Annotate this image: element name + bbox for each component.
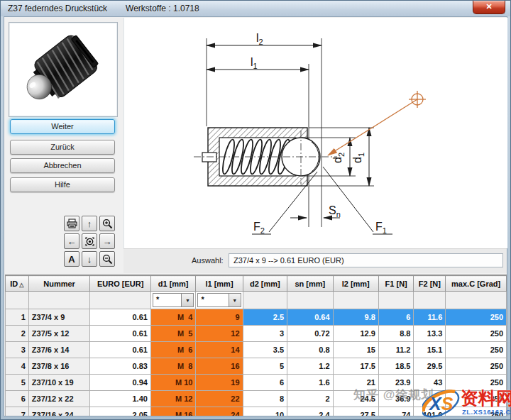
col-header-f2[interactable]: F2 [N] [414, 276, 446, 292]
cell-l2[interactable]: 27.5 [333, 407, 378, 416]
fit-view-button[interactable] [82, 233, 97, 249]
chevron-down-icon[interactable]: ▼ [229, 294, 241, 306]
table-row[interactable]: 7Z37/16 x 242.05M 1624102.427.574101.625… [6, 407, 507, 416]
col-header-maxc[interactable]: max.C [Grad] [446, 276, 507, 292]
col-header-sn[interactable]: sn [mm] [287, 276, 333, 292]
cell-maxc[interactable]: 250 [446, 342, 507, 358]
cell-nummer[interactable]: Z37/8 x 16 [28, 358, 90, 375]
cell-f1[interactable]: 74 [378, 407, 414, 416]
cell-l2[interactable]: 12.9 [333, 326, 378, 342]
col-header-d2[interactable]: d2 [mm] [243, 276, 287, 292]
cell-f2[interactable]: 15.1 [414, 342, 446, 358]
col-header-id[interactable]: ID△ [6, 276, 29, 292]
cell-l1[interactable]: 12 [196, 326, 243, 342]
table-row[interactable]: 2Z37/5 x 120.61M 51230.7212.98.813.3250 [6, 326, 507, 342]
cell-sn[interactable]: 0.8 [287, 342, 333, 358]
filter-cell-l1[interactable]: *▼ [196, 292, 243, 309]
cell-f2[interactable] [414, 391, 446, 407]
cell-euro[interactable]: 1.40 [90, 391, 151, 407]
pan-left-button[interactable]: ← [64, 233, 79, 249]
parts-table[interactable]: ID△NummerEURO [EUR]d1 [mm]l1 [mm]d2 [mm]… [5, 275, 507, 416]
cell-f2[interactable]: 43 [414, 375, 446, 391]
cell-id[interactable]: 5 [6, 375, 29, 391]
cell-l2[interactable]: 24.5 [333, 391, 378, 407]
title-bar[interactable]: Z37 federndes Druckstück Werkstoffe : 1.… [1, 1, 510, 16]
cell-l1[interactable]: 16 [196, 358, 243, 375]
cell-d2[interactable]: 2.5 [243, 309, 287, 326]
drawing-viewport[interactable]: l2 l1 d2 d1 Sn F2 F1 [123, 18, 507, 248]
cell-f1[interactable]: 18.5 [378, 358, 414, 375]
cell-f1[interactable]: 36.9 [378, 391, 414, 407]
filter-combobox-l1[interactable]: *▼ [197, 293, 241, 307]
cell-sn[interactable]: 1.2 [287, 358, 333, 375]
cell-f1[interactable]: 6 [378, 309, 414, 326]
col-header-d1[interactable]: d1 [mm] [150, 276, 195, 292]
print-button[interactable] [64, 216, 79, 231]
cell-nummer[interactable]: Z37/5 x 12 [28, 326, 90, 342]
cell-euro[interactable]: 0.94 [90, 375, 151, 391]
cell-nummer[interactable]: Z37/16 x 24 [28, 407, 90, 416]
cell-nummer[interactable]: Z37/4 x 9 [28, 309, 90, 326]
cell-d1[interactable]: M 8 [150, 358, 195, 375]
cell-euro[interactable]: 2.05 [90, 407, 151, 416]
cell-l1[interactable]: 19 [196, 375, 243, 391]
filter-combobox-d1[interactable]: *▼ [153, 293, 194, 307]
pan-right-button[interactable]: → [99, 233, 115, 249]
col-header-l2[interactable]: l2 [mm] [333, 276, 378, 292]
cell-nummer[interactable]: Z37/6 x 14 [28, 342, 90, 358]
cell-nummer[interactable]: Z37/12 x 22 [28, 391, 90, 407]
cell-euro[interactable]: 0.61 [90, 309, 151, 326]
zurueck-button[interactable]: Zurück [10, 140, 115, 155]
cell-sn[interactable]: 0.72 [287, 326, 333, 342]
cell-f2[interactable]: 11.6 [414, 309, 446, 326]
chevron-down-icon[interactable]: ▼ [181, 294, 193, 306]
cell-d1[interactable]: M 12 [150, 391, 195, 407]
cell-d2[interactable]: 6 [243, 375, 287, 391]
cell-l1[interactable]: 22 [196, 391, 243, 407]
pan-up-button[interactable]: ↑ [82, 216, 97, 231]
cell-d1[interactable]: M 10 [150, 375, 195, 391]
cell-f2[interactable]: 29.5 [414, 358, 446, 375]
cell-f2[interactable]: 13.3 [414, 326, 446, 342]
cell-id[interactable]: 2 [6, 326, 29, 342]
cell-d2[interactable]: 8 [243, 391, 287, 407]
cell-f1[interactable]: 11.2 [378, 342, 414, 358]
cell-id[interactable]: 7 [6, 407, 29, 416]
cell-d2[interactable]: 5 [243, 358, 287, 375]
cell-f2[interactable]: 101.6 [414, 407, 446, 416]
zoom-out-button[interactable] [99, 251, 115, 267]
cell-d2[interactable]: 3 [243, 326, 287, 342]
cell-d1[interactable]: M 5 [150, 326, 195, 342]
cell-id[interactable]: 4 [6, 358, 29, 375]
cell-sn[interactable]: 2.4 [287, 407, 333, 416]
cell-l1[interactable]: 24 [196, 407, 243, 416]
cell-d1[interactable]: M 4 [150, 309, 195, 326]
cell-l1[interactable]: 14 [196, 342, 243, 358]
col-header-nummer[interactable]: Nummer [28, 276, 90, 292]
col-header-f1[interactable]: F1 [N] [378, 276, 414, 292]
zoom-in-button[interactable] [99, 216, 115, 231]
cell-sn[interactable]: 0.64 [287, 309, 333, 326]
cell-d1[interactable]: M 16 [150, 407, 195, 416]
cell-maxc[interactable]: 250 [446, 375, 507, 391]
cell-l2[interactable]: 17.5 [333, 358, 378, 375]
cell-f1[interactable]: 23.9 [378, 375, 414, 391]
fit-text-button[interactable]: A [64, 251, 79, 267]
table-row[interactable]: 6Z37/12 x 221.40M 12228224.536.9250 [6, 391, 507, 407]
cell-sn[interactable]: 1.6 [287, 375, 333, 391]
table-row[interactable]: 5Z37/10 x 190.94M 101961.62123.943250 [6, 375, 507, 391]
cell-maxc[interactable]: 250 [446, 326, 507, 342]
cell-maxc[interactable]: 250 [446, 407, 507, 416]
table-row[interactable]: 3Z37/6 x 140.61M 6143.50.81511.215.1250 [6, 342, 507, 358]
cell-l2[interactable]: 15 [333, 342, 378, 358]
pan-down-button[interactable]: ↓ [82, 251, 97, 267]
col-header-l1[interactable]: l1 [mm] [196, 276, 243, 292]
cell-l2[interactable]: 21 [333, 375, 378, 391]
cell-euro[interactable]: 0.61 [90, 326, 151, 342]
cell-maxc[interactable]: 250 [446, 358, 507, 375]
cell-l1[interactable]: 9 [196, 309, 243, 326]
cell-nummer[interactable]: Z37/10 x 19 [28, 375, 90, 391]
cell-d1[interactable]: M 6 [150, 342, 195, 358]
cell-sn[interactable]: 2 [287, 391, 333, 407]
cell-d2[interactable]: 3.5 [243, 342, 287, 358]
